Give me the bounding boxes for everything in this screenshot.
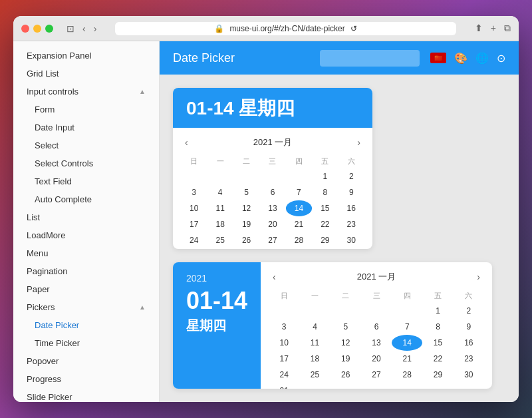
address-bar[interactable]: 🔒 muse-ui.org/#/zh-CN/date-picker ↺ [115,22,456,35]
full-prev-month-button[interactable]: ‹ [269,270,280,284]
flag-icon[interactable]: 🇨🇳 [430,53,446,63]
calendar-day[interactable]: 14 [286,200,312,216]
calendar-day[interactable]: 10 [269,335,299,351]
sidebar-item-paper[interactable]: Paper [13,280,159,298]
sidebar-item-popover[interactable]: Popover [13,352,159,370]
close-button[interactable] [21,25,29,33]
sidebar-item-loadmore[interactable]: LoadMore [13,226,159,244]
calendar-day[interactable]: 24 [269,367,299,383]
calendar-day[interactable]: 17 [269,351,299,367]
calendar-day[interactable]: 4 [299,319,330,335]
calendar-day[interactable]: 22 [312,216,338,232]
calendar-day[interactable]: 19 [331,351,361,367]
calendar-day[interactable]: 2 [454,303,484,319]
full-next-month-button[interactable]: › [473,270,484,284]
fullscreen-icon[interactable]: ⊡ [66,23,74,34]
duplicate-tab-icon[interactable]: ⧉ [504,23,511,34]
calendar-day[interactable]: 21 [392,351,422,367]
calendar-day[interactable]: 3 [181,184,207,200]
share-icon[interactable]: ⬆ [475,23,483,34]
calendar-day[interactable]: 30 [338,232,364,248]
calendar-day[interactable]: 3 [269,319,299,335]
calendar-day[interactable]: 23 [454,351,484,367]
reload-icon[interactable]: ↺ [350,24,357,33]
calendar-day[interactable]: 13 [361,335,392,351]
sidebar-item-expansion-panel[interactable]: Expansion Panel [13,47,159,65]
sidebar-item-date-picker[interactable]: Date Picker [13,316,159,334]
calendar-day[interactable]: 10 [181,200,207,216]
calendar-day[interactable]: 14 [392,335,422,351]
calendar-day[interactable]: 26 [233,232,259,248]
calendar-day[interactable]: 13 [259,200,285,216]
calendar-day[interactable]: 24 [181,232,207,248]
sidebar-item-time-picker[interactable]: Time Picker [13,334,159,352]
sidebar-item-auto-complete[interactable]: Auto Complete [13,190,159,208]
calendar-day[interactable]: 25 [299,367,330,383]
next-month-button[interactable]: › [353,136,364,149]
calendar-day[interactable]: 6 [259,184,285,200]
prev-month-button[interactable]: ‹ [181,136,192,149]
forward-icon[interactable]: › [94,23,97,34]
calendar-day[interactable]: 11 [299,335,330,351]
sidebar-item-pickers[interactable]: Pickers ▲ [13,298,159,316]
calendar-day[interactable]: 15 [422,335,453,351]
calendar-day[interactable]: 25 [207,232,233,248]
calendar-day[interactable]: 12 [233,200,259,216]
search-input[interactable] [320,50,420,67]
calendar-day[interactable]: 5 [331,319,361,335]
sidebar-item-pagination[interactable]: Pagination [13,262,159,280]
calendar-day[interactable]: 29 [312,232,338,248]
calendar-day[interactable]: 7 [392,319,422,335]
calendar-day[interactable]: 26 [331,367,361,383]
calendar-day[interactable]: 4 [207,184,233,200]
palette-icon[interactable]: 🎨 [454,52,467,65]
calendar-day[interactable]: 29 [422,367,453,383]
github-icon[interactable]: ⊙ [497,52,505,65]
calendar-day[interactable]: 2 [338,168,364,184]
calendar-day[interactable]: 6 [361,319,392,335]
sidebar-item-form[interactable]: Form [13,101,159,118]
sidebar-item-progress[interactable]: Progress [13,370,159,388]
calendar-day[interactable]: 9 [338,184,364,200]
calendar-day[interactable]: 23 [338,216,364,232]
back-icon[interactable]: ‹ [82,23,86,34]
calendar-day[interactable]: 28 [286,232,312,248]
calendar-day[interactable]: 30 [454,367,484,383]
calendar-day[interactable]: 20 [361,351,392,367]
calendar-day[interactable]: 18 [207,216,233,232]
calendar-day[interactable]: 8 [422,319,453,335]
calendar-day[interactable]: 1 [312,168,338,184]
sidebar-item-list[interactable]: List [13,208,159,226]
sidebar-item-slide-picker[interactable]: Slide Picker [13,388,159,402]
calendar-day[interactable]: 11 [207,200,233,216]
calendar-day[interactable]: 17 [181,216,207,232]
sidebar-item-input-controls[interactable]: Input controls ▲ [13,83,159,101]
calendar-day[interactable]: 19 [233,216,259,232]
sidebar-item-menu[interactable]: Menu [13,244,159,262]
calendar-day[interactable]: 28 [392,367,422,383]
sidebar-item-date-input[interactable]: Date Input [13,118,159,136]
calendar-day[interactable]: 9 [454,319,484,335]
sidebar-item-select[interactable]: Select [13,136,159,154]
calendar-day[interactable]: 27 [259,232,285,248]
calendar-day[interactable]: 18 [299,351,330,367]
calendar-day[interactable]: 5 [233,184,259,200]
calendar-day[interactable]: 20 [259,216,285,232]
calendar-day[interactable]: 21 [286,216,312,232]
calendar-day[interactable]: 1 [422,303,453,319]
calendar-day[interactable]: 15 [312,200,338,216]
calendar-day[interactable]: 16 [454,335,484,351]
sidebar-item-grid-list[interactable]: Grid List [13,65,159,83]
calendar-day[interactable]: 7 [286,184,312,200]
calendar-day[interactable]: 12 [331,335,361,351]
calendar-day[interactable]: 31 [181,248,207,249]
sidebar-item-select-controls[interactable]: Select Controls [13,154,159,172]
sidebar-item-text-field[interactable]: Text Field [13,172,159,190]
calendar-day[interactable]: 16 [338,200,364,216]
calendar-day[interactable]: 22 [422,351,453,367]
calendar-day[interactable]: 31 [269,383,299,389]
calendar-day[interactable]: 8 [312,184,338,200]
add-tab-icon[interactable]: + [491,23,496,34]
globe-icon[interactable]: 🌐 [475,52,489,65]
fullscreen-button[interactable] [45,25,53,33]
